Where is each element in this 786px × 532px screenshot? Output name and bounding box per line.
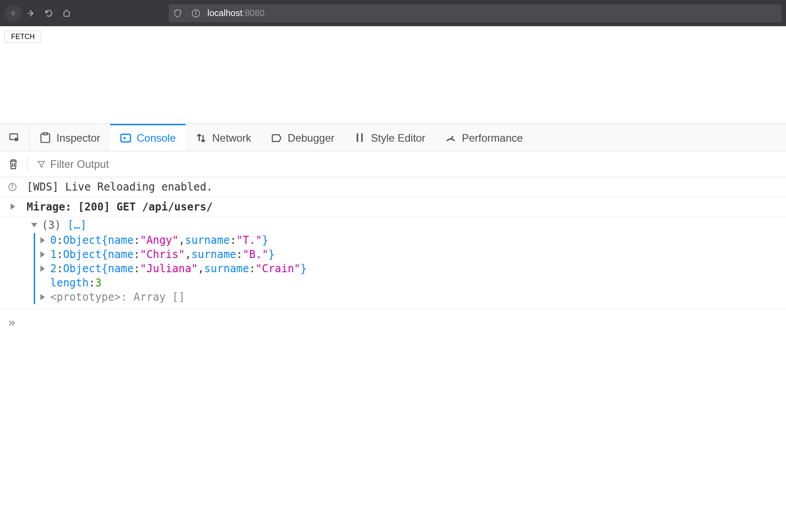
- url-port: :8080: [242, 8, 265, 18]
- console-icon: [120, 132, 131, 144]
- tab-console[interactable]: Console: [110, 124, 186, 151]
- reload-icon: [44, 9, 53, 18]
- tab-style-editor-label: Style Editor: [371, 132, 425, 144]
- trash-icon: [8, 158, 19, 171]
- expand-caret-icon[interactable]: [40, 237, 45, 243]
- tab-debugger-label: Debugger: [288, 132, 334, 144]
- filter-wrapper: [37, 158, 183, 171]
- arrow-left-icon: [9, 9, 18, 18]
- network-icon: [195, 132, 207, 144]
- console-prompt[interactable]: »: [0, 309, 786, 336]
- forward-button[interactable]: [22, 4, 40, 22]
- element-picker-button[interactable]: [0, 124, 30, 151]
- shield-icon: [173, 9, 182, 18]
- page-content: FETCH: [0, 26, 786, 123]
- tab-network-label: Network: [212, 132, 251, 144]
- home-icon: [62, 9, 71, 18]
- info-message: [WDS] Live Reloading enabled.: [27, 181, 213, 193]
- mirage-message: Mirage: [200] GET /api/users/: [27, 201, 213, 213]
- tab-performance[interactable]: Performance: [435, 124, 532, 151]
- clear-console-button[interactable]: [8, 156, 28, 172]
- array-item[interactable]: 0: Object { name: "Angy", surname: "T." …: [40, 233, 778, 247]
- tab-debugger[interactable]: Debugger: [261, 124, 344, 151]
- devtools-tabs: Inspector Console Network Debugger Style…: [0, 124, 786, 151]
- tab-style-editor[interactable]: Style Editor: [344, 124, 435, 151]
- reload-button[interactable]: [40, 4, 58, 22]
- collapse-caret-icon[interactable]: [31, 223, 37, 227]
- tab-network[interactable]: Network: [186, 124, 261, 151]
- separator: [187, 8, 187, 19]
- chevron-prompt-icon: »: [8, 315, 13, 330]
- array-brackets: […]: [67, 219, 87, 231]
- fetch-button[interactable]: FETCH: [4, 31, 41, 43]
- arrow-right-icon: [27, 9, 36, 18]
- info-icon: [8, 183, 17, 191]
- picker-icon: [9, 132, 20, 143]
- performance-icon: [445, 132, 457, 144]
- array-count: (3): [42, 219, 61, 231]
- tab-performance-label: Performance: [462, 132, 523, 144]
- array-item[interactable]: 2: Object { name: "Juliana", surname: "C…: [40, 262, 778, 276]
- svg-point-2: [195, 11, 196, 12]
- expand-caret[interactable]: [8, 201, 27, 210]
- inspector-icon: [40, 132, 51, 144]
- array-prototype[interactable]: <prototype>: Array []: [40, 290, 778, 304]
- home-button[interactable]: [58, 4, 75, 22]
- address-bar[interactable]: localhost:8080: [169, 4, 782, 22]
- svg-rect-5: [44, 133, 48, 135]
- expand-caret-icon[interactable]: [40, 251, 45, 258]
- console-toolbar: [0, 151, 786, 177]
- expand-caret-icon[interactable]: [40, 266, 45, 272]
- debugger-icon: [271, 132, 282, 144]
- console-info-row[interactable]: [WDS] Live Reloading enabled.: [0, 177, 786, 197]
- expand-caret-icon[interactable]: [40, 294, 45, 300]
- array-item[interactable]: 1: Object { name: "Chris", surname: "B."…: [40, 247, 778, 262]
- filter-input[interactable]: [50, 158, 183, 171]
- array-body: 0: Object { name: "Angy", surname: "T." …: [34, 233, 778, 304]
- back-button[interactable]: [4, 4, 22, 22]
- console-array-row[interactable]: (3) […] 0: Object { name: "Angy", surnam…: [0, 217, 786, 309]
- browser-toolbar: localhost:8080: [0, 0, 786, 26]
- info-circle-icon: [191, 9, 200, 18]
- console-mirage-row[interactable]: Mirage: [200] GET /api/users/: [0, 197, 786, 217]
- array-length: length: 3: [40, 276, 778, 290]
- tab-inspector[interactable]: Inspector: [30, 124, 110, 151]
- funnel-icon: [37, 159, 46, 169]
- devtools-panel: Inspector Console Network Debugger Style…: [0, 123, 786, 336]
- console-output: [WDS] Live Reloading enabled. Mirage: [2…: [0, 177, 786, 336]
- tab-inspector-label: Inspector: [56, 132, 100, 144]
- tab-console-label: Console: [137, 132, 176, 144]
- style-editor-icon: [354, 132, 365, 144]
- svg-point-9: [12, 185, 13, 186]
- url-host: localhost: [207, 8, 242, 18]
